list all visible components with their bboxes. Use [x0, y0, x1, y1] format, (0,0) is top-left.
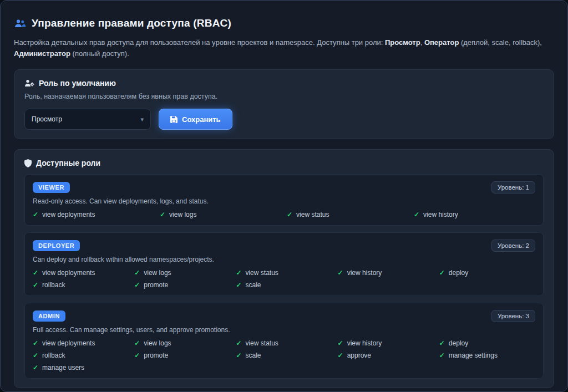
permission-item: ✓view logs — [134, 269, 230, 277]
page-title: Управление правами доступа (RBAC) — [32, 17, 231, 29]
role-card-header: ADMIN Уровень: 3 — [33, 310, 535, 322]
save-button[interactable]: Сохранить — [159, 109, 232, 130]
role-badge: DEPLOYER — [33, 240, 80, 251]
role-card-header: VIEWER Уровень: 1 — [33, 181, 535, 194]
permission-item: ✓view history — [338, 269, 434, 277]
role-badge: ADMIN — [33, 310, 65, 322]
permission-label: view history — [423, 211, 458, 218]
permission-item: ✓promote — [134, 281, 230, 289]
permission-label: view history — [347, 269, 382, 277]
permission-item: ✓view logs — [134, 339, 230, 347]
permissions-grid: ✓view deployments✓view logs✓view status✓… — [33, 339, 535, 371]
permission-label: view status — [245, 269, 278, 277]
roles-section-title: Доступные роли — [36, 159, 100, 167]
role-description: Can deploy and rollback within allowed n… — [33, 256, 535, 263]
permission-label: view status — [296, 211, 329, 218]
permission-item: ✓view status — [236, 269, 332, 277]
page-header: Управление правами доступа (RBAC) — [14, 17, 554, 29]
permissions-grid: ✓view deployments✓view logs✓view status✓… — [33, 211, 535, 218]
default-role-card: Роль по умолчанию Роль, назначаемая поль… — [14, 69, 554, 139]
users-icon — [14, 19, 26, 28]
permission-item: ✓view status — [236, 339, 332, 347]
permission-item: ✓manage settings — [439, 352, 535, 359]
permission-item: ✓approve — [338, 352, 434, 359]
check-icon: ✓ — [414, 211, 419, 218]
permission-item: ✓scale — [236, 281, 332, 289]
permission-label: promote — [144, 281, 168, 289]
save-icon — [170, 116, 178, 123]
rbac-page: Управление правами доступа (RBAC) Настро… — [0, 0, 568, 392]
role-level-badge: Уровень: 3 — [491, 310, 535, 322]
permission-item: ✓rollback — [33, 352, 129, 359]
permission-label: view deployments — [42, 269, 95, 277]
permission-item: ✓rollback — [33, 281, 129, 289]
permission-item: ✓view deployments — [33, 339, 129, 347]
check-icon: ✓ — [33, 352, 38, 359]
permission-label: view logs — [169, 211, 196, 218]
check-icon: ✓ — [33, 211, 38, 218]
roles-list: VIEWER Уровень: 1 Read-only access. Can … — [24, 174, 544, 379]
permission-item: ✓promote — [134, 352, 230, 359]
permission-label: approve — [347, 352, 371, 359]
roles-card: Доступные роли VIEWER Уровень: 1 Read-on… — [14, 149, 554, 388]
role-card: ADMIN Уровень: 3 Full access. Can manage… — [24, 303, 544, 379]
permission-label: deploy — [449, 339, 468, 347]
check-icon: ✓ — [33, 364, 38, 371]
check-icon: ✓ — [439, 340, 445, 347]
check-icon: ✓ — [33, 340, 38, 347]
default-role-title: Роль по умолчанию — [39, 79, 116, 88]
check-icon: ✓ — [338, 269, 343, 276]
permission-item: ✓deploy — [439, 339, 535, 347]
permission-item: ✓scale — [236, 352, 332, 359]
permission-item: ✓deploy — [439, 269, 535, 277]
check-icon: ✓ — [236, 352, 241, 359]
check-icon: ✓ — [134, 352, 140, 359]
check-icon: ✓ — [236, 269, 241, 276]
permission-item: ✓view logs — [160, 211, 281, 218]
chevron-down-icon: ▾ — [140, 116, 144, 123]
permission-label: promote — [144, 352, 168, 359]
permission-label: scale — [245, 281, 261, 289]
role-badge: VIEWER — [33, 182, 70, 193]
check-icon: ✓ — [134, 269, 140, 276]
check-icon: ✓ — [134, 340, 140, 347]
permission-label: view logs — [144, 269, 171, 277]
permission-label: view deployments — [42, 339, 95, 347]
permission-item: ✓manage users — [33, 364, 129, 371]
check-icon: ✓ — [33, 282, 38, 288]
permission-item: ✓view history — [338, 339, 434, 347]
check-icon: ✓ — [338, 340, 343, 347]
default-role-selected-value: Просмотр — [32, 115, 62, 123]
default-role-select[interactable]: Просмотр ▾ — [24, 109, 151, 130]
default-role-card-title: Роль по умолчанию — [24, 79, 544, 88]
check-icon: ✓ — [439, 352, 445, 359]
permission-label: rollback — [42, 352, 65, 359]
check-icon: ✓ — [439, 269, 445, 276]
shield-icon — [24, 159, 32, 167]
permission-label: view deployments — [42, 211, 95, 218]
role-card-header: DEPLOYER Уровень: 2 — [33, 240, 535, 252]
permission-item: ✓view deployments — [33, 211, 154, 218]
users-gear-icon — [24, 79, 34, 87]
permission-item: ✓view status — [287, 211, 408, 218]
role-description: Read-only access. Can view deployments, … — [33, 197, 535, 205]
check-icon: ✓ — [236, 282, 241, 288]
default-role-controls: Просмотр ▾ Сохранить — [24, 109, 544, 130]
role-card: VIEWER Уровень: 1 Read-only access. Can … — [24, 174, 544, 226]
permission-label: scale — [245, 352, 261, 359]
permission-label: rollback — [42, 281, 65, 289]
save-button-label: Сохранить — [182, 115, 221, 124]
check-icon: ✓ — [160, 211, 165, 218]
role-card: DEPLOYER Уровень: 2 Can deploy and rollb… — [24, 232, 544, 296]
permission-label: view history — [347, 339, 382, 347]
permission-item: ✓view deployments — [33, 269, 129, 277]
check-icon: ✓ — [338, 352, 343, 359]
page-subtitle: Настройка детальных прав доступа для пол… — [14, 37, 554, 59]
permissions-grid: ✓view deployments✓view logs✓view status✓… — [33, 269, 535, 289]
permission-label: deploy — [449, 269, 468, 277]
default-role-description: Роль, назначаемая пользователям без явны… — [24, 93, 544, 100]
check-icon: ✓ — [134, 282, 140, 288]
check-icon: ✓ — [236, 340, 241, 347]
check-icon: ✓ — [287, 211, 292, 218]
roles-card-title: Доступные роли — [24, 159, 544, 167]
